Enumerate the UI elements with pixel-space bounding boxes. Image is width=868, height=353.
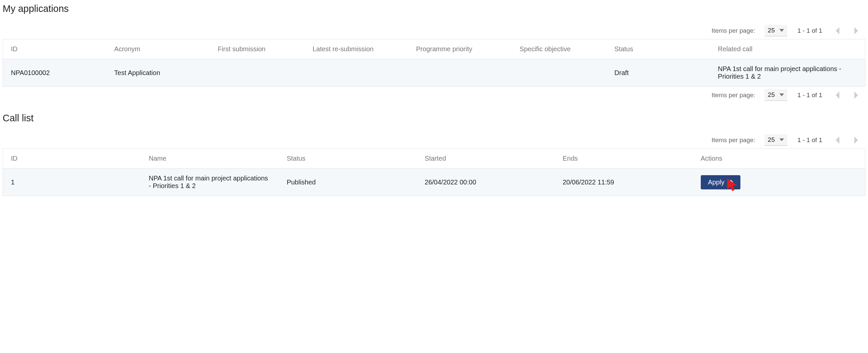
cell-programme-priority <box>408 59 512 87</box>
chevron-left-icon <box>835 92 840 99</box>
table-row[interactable]: 1 NPA 1st call for main project applicat… <box>3 168 865 196</box>
items-per-page-label: Items per page: <box>712 27 755 34</box>
col-latest-resubmission[interactable]: Latest re-submission <box>305 39 408 59</box>
applications-table: ID Acronym First submission Latest re-su… <box>3 39 865 87</box>
page-range: 1 - 1 of 1 <box>797 136 823 144</box>
col-status[interactable]: Status <box>607 39 710 59</box>
chevron-right-icon <box>854 136 859 144</box>
applications-paginator-bottom: Items per page: 25 1 - 1 of 1 <box>3 87 865 103</box>
page-size-select[interactable]: 25 <box>765 25 787 36</box>
col-name[interactable]: Name <box>141 149 279 168</box>
col-specific-objective[interactable]: Specific objective <box>512 39 607 59</box>
col-first-submission[interactable]: First submission <box>210 39 305 59</box>
table-header-row: ID Acronym First submission Latest re-su… <box>3 39 865 59</box>
cell-id: 1 <box>3 168 141 196</box>
page-range: 1 - 1 of 1 <box>797 27 823 34</box>
prev-page-button[interactable] <box>832 90 842 100</box>
applications-paginator-top: Items per page: 25 1 - 1 of 1 <box>3 22 865 39</box>
calls-title: Call list <box>3 113 865 124</box>
col-programme-priority[interactable]: Programme priority <box>408 39 512 59</box>
prev-page-button[interactable] <box>832 26 842 36</box>
cell-status: Published <box>279 168 416 196</box>
apply-button-label: Apply <box>708 179 724 186</box>
chevron-down-icon <box>779 93 784 97</box>
next-page-button[interactable] <box>851 90 861 100</box>
page-size-value: 25 <box>768 91 775 98</box>
chevron-right-icon <box>854 27 859 34</box>
col-ends[interactable]: Ends <box>555 149 692 168</box>
page-size-value: 25 <box>768 27 775 34</box>
applications-title: My applications <box>3 3 865 14</box>
calls-table: ID Name Status Started Ends Actions 1 NP… <box>3 149 865 196</box>
calls-paginator-top: Items per page: 25 1 - 1 of 1 <box>3 132 865 149</box>
cell-first-submission <box>210 59 305 87</box>
items-per-page-label: Items per page: <box>712 92 755 99</box>
cell-latest-resubmission <box>305 59 408 87</box>
cell-specific-objective <box>512 59 607 87</box>
col-actions: Actions <box>693 149 865 168</box>
cell-name: NPA 1st call for main project applicatio… <box>141 168 279 196</box>
chevron-down-icon <box>779 29 784 32</box>
chevron-right-icon <box>854 92 859 99</box>
chevron-left-icon <box>835 136 840 144</box>
page-range: 1 - 1 of 1 <box>797 92 823 99</box>
table-header-row: ID Name Status Started Ends Actions <box>3 149 865 168</box>
cell-acronym: Test Application <box>106 59 210 87</box>
next-page-button[interactable] <box>851 135 861 145</box>
cell-started: 26/04/2022 00:00 <box>417 168 555 196</box>
col-related-call[interactable]: Related call <box>710 39 865 59</box>
col-started[interactable]: Started <box>417 149 555 168</box>
apply-button[interactable]: Apply <box>701 175 740 189</box>
col-id[interactable]: ID <box>3 149 141 168</box>
page-size-select[interactable]: 25 <box>765 134 787 146</box>
cell-status: Draft <box>607 59 710 87</box>
items-per-page-label: Items per page: <box>712 136 755 144</box>
cell-actions: Apply <box>693 168 865 196</box>
table-row[interactable]: NPA0100002 Test Application Draft NPA 1s… <box>3 59 865 87</box>
col-id[interactable]: ID <box>3 39 106 59</box>
cell-related-call: NPA 1st call for main project applicatio… <box>710 59 865 87</box>
chevron-left-icon <box>835 27 840 34</box>
page-size-select[interactable]: 25 <box>765 89 787 101</box>
prev-page-button[interactable] <box>832 135 842 145</box>
cell-id: NPA0100002 <box>3 59 106 87</box>
next-page-button[interactable] <box>851 26 861 36</box>
col-acronym[interactable]: Acronym <box>106 39 210 59</box>
cell-ends: 20/06/2022 11:59 <box>555 168 692 196</box>
col-status[interactable]: Status <box>279 149 416 168</box>
page-size-value: 25 <box>768 136 775 143</box>
arrow-right-icon <box>728 180 733 185</box>
chevron-down-icon <box>779 138 784 141</box>
